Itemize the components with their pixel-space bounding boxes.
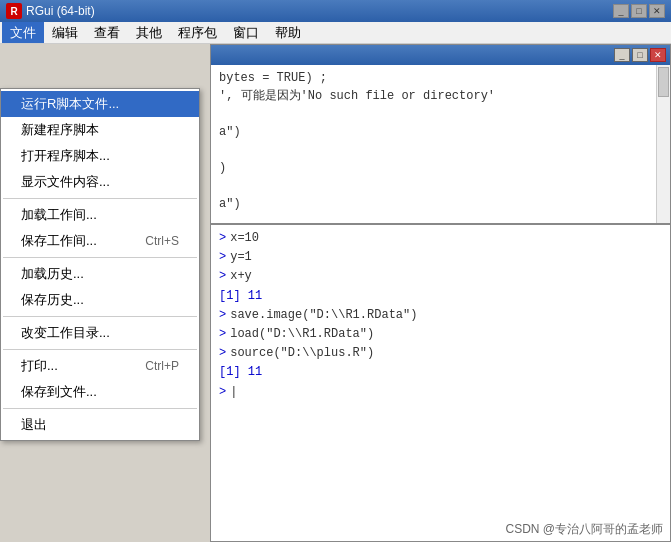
menu-open-script[interactable]: 打开程序脚本... xyxy=(1,143,199,169)
console-prompt-line: > | xyxy=(219,383,662,402)
script-line-7 xyxy=(219,177,662,195)
separator-4 xyxy=(3,349,197,350)
separator-3 xyxy=(3,316,197,317)
script-window-title-bar: _ □ ✕ xyxy=(211,45,670,65)
menu-change-dir[interactable]: 改变工作目录... xyxy=(1,320,199,346)
minimize-button[interactable]: _ xyxy=(613,4,629,18)
console-line-4: [1] 11 xyxy=(219,287,662,306)
menu-new-script[interactable]: 新建程序脚本 xyxy=(1,117,199,143)
menu-load-history[interactable]: 加载历史... xyxy=(1,261,199,287)
script-line-3 xyxy=(219,105,662,123)
console-line-2: > y=1 xyxy=(219,248,662,267)
menu-file[interactable]: 文件 xyxy=(2,22,44,43)
window-title: RGui (64-bit) xyxy=(26,4,609,18)
menu-bar: 文件 编辑 查看 其他 程序包 窗口 帮助 xyxy=(0,22,671,44)
script-line-2: ', 可能是因为'No such file or directory' xyxy=(219,87,662,105)
menu-save-workspace[interactable]: 保存工作间... Ctrl+S xyxy=(1,228,199,254)
main-content: 运行R脚本文件... 新建程序脚本 打开程序脚本... 显示文件内容... 加载… xyxy=(0,44,671,542)
title-bar: R RGui (64-bit) _ □ ✕ xyxy=(0,0,671,22)
script-line-6: ) xyxy=(219,159,662,177)
menu-help[interactable]: 帮助 xyxy=(267,22,309,43)
script-editor-window: _ □ ✕ bytes = TRUE) ; ', 可能是因为'No such f… xyxy=(210,44,671,224)
window-controls: _ □ ✕ xyxy=(613,4,665,18)
editor-area: _ □ ✕ bytes = TRUE) ; ', 可能是因为'No such f… xyxy=(210,44,671,542)
menu-other[interactable]: 其他 xyxy=(128,22,170,43)
menu-edit[interactable]: 编辑 xyxy=(44,22,86,43)
maximize-button[interactable]: □ xyxy=(631,4,647,18)
script-window-controls: _ □ ✕ xyxy=(614,48,666,62)
script-line-1: bytes = TRUE) ; xyxy=(219,69,662,87)
console-area: > x=10 > y=1 > x+y [1] 11 > save.image("… xyxy=(210,224,671,542)
menu-load-workspace[interactable]: 加载工作间... xyxy=(1,202,199,228)
close-button[interactable]: ✕ xyxy=(649,4,665,18)
script-content-area[interactable]: bytes = TRUE) ; ', 可能是因为'No such file or… xyxy=(211,65,670,217)
script-scrollbar-thumb[interactable] xyxy=(658,67,669,97)
watermark: CSDN @专治八阿哥的孟老师 xyxy=(505,521,663,538)
menu-show-file[interactable]: 显示文件内容... xyxy=(1,169,199,195)
console-line-1: > x=10 xyxy=(219,229,662,248)
separator-1 xyxy=(3,198,197,199)
menu-packages[interactable]: 程序包 xyxy=(170,22,225,43)
script-close-button[interactable]: ✕ xyxy=(650,48,666,62)
console-line-3: > x+y xyxy=(219,267,662,286)
menu-run-script[interactable]: 运行R脚本文件... xyxy=(1,91,199,117)
script-line-8: a") xyxy=(219,195,662,213)
separator-2 xyxy=(3,257,197,258)
menu-save-to-file[interactable]: 保存到文件... xyxy=(1,379,199,405)
script-maximize-button[interactable]: □ xyxy=(632,48,648,62)
file-dropdown-menu: 运行R脚本文件... 新建程序脚本 打开程序脚本... 显示文件内容... 加载… xyxy=(0,88,200,441)
console-output[interactable]: > x=10 > y=1 > x+y [1] 11 > save.image("… xyxy=(211,225,670,406)
script-minimize-button[interactable]: _ xyxy=(614,48,630,62)
script-line-5 xyxy=(219,141,662,159)
script-scrollbar[interactable] xyxy=(656,65,670,223)
menu-view[interactable]: 查看 xyxy=(86,22,128,43)
menu-save-history[interactable]: 保存历史... xyxy=(1,287,199,313)
console-line-6: > load("D:\\R1.RData") xyxy=(219,325,662,344)
console-line-5: > save.image("D:\\R1.RData") xyxy=(219,306,662,325)
menu-window[interactable]: 窗口 xyxy=(225,22,267,43)
console-line-8: [1] 11 xyxy=(219,363,662,382)
script-line-4: a") xyxy=(219,123,662,141)
app-icon: R xyxy=(6,3,22,19)
menu-exit[interactable]: 退出 xyxy=(1,412,199,438)
menu-print[interactable]: 打印... Ctrl+P xyxy=(1,353,199,379)
separator-5 xyxy=(3,408,197,409)
console-line-7: > source("D:\\plus.R") xyxy=(219,344,662,363)
